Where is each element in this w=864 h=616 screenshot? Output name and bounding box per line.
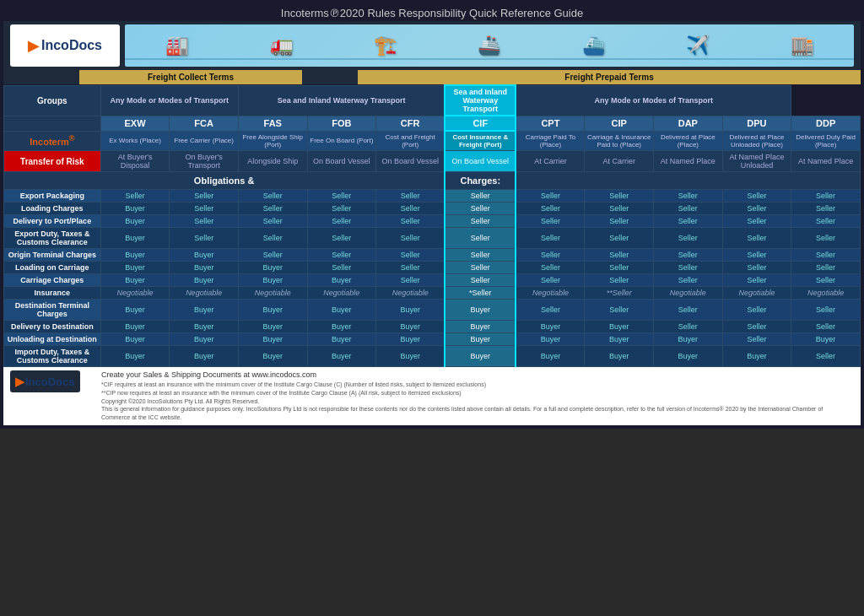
dp-fob: Seller [307,215,376,228]
incoterm-codes-row: EXW FCA FAS FOB CFR CIF CPT CIP DAP DPU … [4,116,861,131]
dt-cpt: Seller [516,300,585,321]
groups-header: Groups [4,85,101,116]
ins-ddp: Negotiable [791,287,861,300]
row-loading-carriage: Loading on Carriage Buyer Buyer Buyer Se… [4,262,861,274]
risk-ddp: At Named Place [791,151,861,172]
label-insurance: Insurance [4,287,101,300]
ud-fob: Buyer [307,333,376,346]
ed-ddp: Seller [791,228,861,249]
lc-fca: Seller [170,203,239,215]
lc-ddp: Seller [791,203,861,215]
fas-name: Free Alongside Ship (Port) [238,131,307,151]
ep-cif: Seller [445,190,516,203]
ins-cpt: Negotiable [516,287,585,300]
freight-collect-label: Freight Collect Terms [79,70,302,84]
ep-dpu: Seller [722,190,791,203]
ot-cif: Seller [445,249,516,262]
any-mode-header1: Any Mode or Modes of Transport [100,85,238,116]
ed-dap: Seller [654,228,723,249]
transport-strip: 🏭 🚛 🏗️ 🚢 ⛴️ ✈️ 🏬 [125,24,854,67]
freight-spacer2 [302,70,358,84]
ep-dap: Seller [654,190,723,203]
ins-cif: *Seller [445,287,516,300]
dap-name: Delivered at Place (Place) [654,131,723,151]
cc-cfr: Seller [376,274,446,287]
row-import-duty: Import Duty, Taxes & Customs Clearance B… [4,346,861,367]
lc-exw: Buyer [100,203,170,215]
cc-fca: Buyer [170,274,239,287]
dd-cif: Buyer [445,321,516,333]
loc-fas: Buyer [238,262,307,274]
fob-name: Free On Board (Port) [307,131,376,151]
dd-fob: Buyer [307,321,376,333]
id-dap: Buyer [654,346,723,367]
freight-terms-bar: Freight Collect Terms Freight Prepaid Te… [3,70,861,84]
ship-icon: 🚢 [478,35,500,57]
dt-fob: Buyer [307,300,376,321]
dp-cpt: Seller [516,215,585,228]
ins-cip: **Seller [585,287,654,300]
dp-dpu: Seller [722,215,791,228]
dp-fca: Seller [170,215,239,228]
risk-fca: On Buyer's Transport [170,151,239,172]
dp-cfr: Seller [376,215,446,228]
id-fob: Buyer [307,346,376,367]
ot-exw: Buyer [100,249,170,262]
ins-fob: Negotiable [307,287,376,300]
ins-exw: Negotiable [100,287,170,300]
th-ddp: DDP [791,116,861,131]
label-export-duty: Export Duty, Taxes & Customs Clearance [4,228,101,249]
th-cif: CIF [445,116,516,131]
dp-exw: Buyer [100,215,170,228]
water-line [125,58,854,60]
risk-cip: At Carrier [585,151,654,172]
row-origin-terminal: Origin Terminal Charges Buyer Buyer Sell… [4,249,861,262]
id-dpu: Buyer [722,346,791,367]
loc-cif: Seller [445,262,516,274]
dd-fas: Buyer [238,321,307,333]
fca-name: Free Carrier (Place) [170,131,239,151]
loc-cfr: Seller [376,262,446,274]
th-exw: EXW [100,116,170,131]
lc-cpt: Seller [516,203,585,215]
footer: ▶ IncoDocs Create your Sales & Shipping … [3,367,861,425]
dt-dap: Seller [654,300,723,321]
ed-fas: Seller [238,228,307,249]
sea-header: Sea and Inland Waterway Transport [238,85,445,116]
dd-cfr: Buyer [376,321,446,333]
risk-fas: Alongside Ship [238,151,307,172]
th-cfr: CFR [376,116,446,131]
risk-cif: On Board Vessel [445,151,516,172]
factory-icon: 🏭 [165,35,188,57]
ot-fca: Buyer [170,249,239,262]
dp-ddp: Seller [791,215,861,228]
loc-fca: Buyer [170,262,239,274]
ud-dpu: Seller [722,333,791,346]
groups-label [4,116,101,131]
ins-fas: Negotiable [238,287,307,300]
ud-fca: Buyer [170,333,239,346]
ep-ddp: Seller [791,190,861,203]
page-title: Incoterms℗2020 Rules Responsibility Quic… [3,3,861,21]
id-exw: Buyer [100,346,170,367]
ud-cfr: Buyer [376,333,446,346]
footer-tagline: Create your Sales & Shipping Documents a… [101,370,847,379]
any-mode-header2: Any Mode or Modes of Transport [516,85,791,116]
cfr-name: Cost and Freight (Port) [376,131,446,151]
ot-dpu: Seller [722,249,791,262]
ed-exw: Buyer [100,228,170,249]
dd-cpt: Buyer [516,321,585,333]
th-fca: FCA [170,116,239,131]
row-delivery-dest: Delivery to Destination Buyer Buyer Buye… [4,321,861,333]
ins-dap: Negotiable [654,287,723,300]
footer-logo: ▶ IncoDocs [10,370,94,392]
dd-fca: Buyer [170,321,239,333]
truck-icon: 🚛 [270,35,293,57]
ep-cip: Seller [585,190,654,203]
dt-exw: Buyer [100,300,170,321]
cif-sea-header: Sea and Inland Waterway Transport [445,85,516,116]
risk-fob: On Board Vessel [307,151,376,172]
dt-dpu: Seller [722,300,791,321]
ud-cif: Buyer [445,333,516,346]
obligations-cif: Charges: [445,172,516,190]
